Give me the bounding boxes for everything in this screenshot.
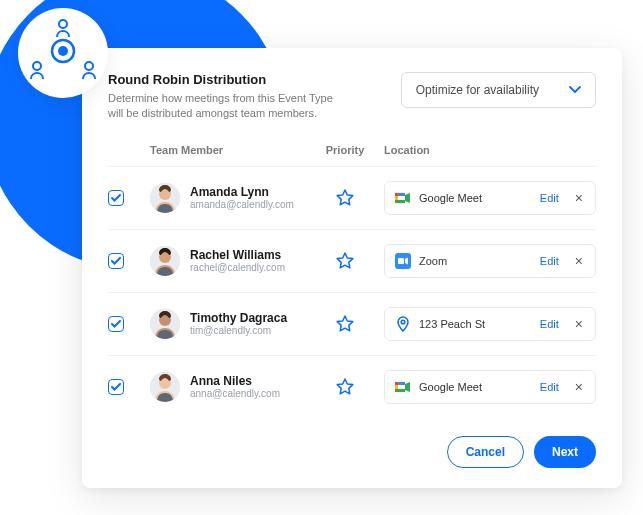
priority-star[interactable] bbox=[320, 188, 370, 208]
cancel-button[interactable]: Cancel bbox=[447, 436, 524, 468]
priority-star[interactable] bbox=[320, 377, 370, 397]
svg-rect-27 bbox=[398, 382, 405, 385]
person-icon bbox=[81, 61, 97, 83]
svg-rect-24 bbox=[395, 385, 398, 389]
google-meet-icon bbox=[395, 379, 411, 395]
row-checkbox[interactable] bbox=[108, 379, 124, 395]
member-email: tim@calendly.com bbox=[190, 325, 287, 336]
member-name: Amanda Lynn bbox=[190, 185, 294, 199]
edit-link[interactable]: Edit bbox=[540, 192, 559, 204]
logo-badge bbox=[18, 8, 108, 98]
distribution-card: Round Robin Distribution Determine how m… bbox=[82, 48, 622, 488]
svg-point-1 bbox=[33, 62, 41, 70]
svg-point-4 bbox=[58, 46, 68, 56]
svg-point-0 bbox=[59, 20, 67, 28]
table-row: Timothy Dagracatim@calendly.com123 Peach… bbox=[108, 292, 596, 355]
close-icon[interactable]: × bbox=[573, 253, 585, 269]
column-member: Team Member bbox=[146, 144, 320, 156]
svg-rect-16 bbox=[398, 258, 404, 264]
location-chip: Google MeetEdit× bbox=[384, 181, 596, 215]
avatar bbox=[150, 309, 180, 339]
svg-rect-10 bbox=[395, 200, 398, 203]
member-email: amanda@calendly.com bbox=[190, 199, 294, 210]
priority-star[interactable] bbox=[320, 251, 370, 271]
svg-rect-9 bbox=[395, 196, 398, 200]
svg-point-19 bbox=[401, 320, 405, 324]
optimize-dropdown[interactable]: Optimize for availability bbox=[401, 72, 596, 108]
svg-rect-8 bbox=[395, 193, 398, 196]
location-chip: 123 Peach StEdit× bbox=[384, 307, 596, 341]
table-row: Rachel Williamsrachel@calendly.comZoomEd… bbox=[108, 229, 596, 292]
edit-link[interactable]: Edit bbox=[540, 381, 559, 393]
column-priority: Priority bbox=[320, 144, 370, 156]
chevron-down-icon bbox=[569, 83, 581, 97]
table-row: Amanda Lynnamanda@calendly.comGoogle Mee… bbox=[108, 166, 596, 229]
close-icon[interactable]: × bbox=[573, 379, 585, 395]
card-description: Determine how meetings from this Event T… bbox=[108, 91, 348, 122]
avatar bbox=[150, 183, 180, 213]
card-title: Round Robin Distribution bbox=[108, 72, 385, 87]
table-header: Team Member Priority Location bbox=[108, 144, 596, 166]
google-meet-icon bbox=[395, 190, 411, 206]
svg-rect-26 bbox=[398, 389, 405, 392]
svg-rect-12 bbox=[398, 193, 405, 196]
avatar bbox=[150, 372, 180, 402]
member-name: Anna Niles bbox=[190, 374, 280, 388]
svg-rect-11 bbox=[398, 200, 405, 203]
svg-rect-23 bbox=[395, 382, 398, 385]
member-name: Rachel Williams bbox=[190, 248, 285, 262]
location-label: 123 Peach St bbox=[419, 318, 532, 330]
location-label: Google Meet bbox=[419, 192, 532, 204]
next-button[interactable]: Next bbox=[534, 436, 596, 468]
location-chip: ZoomEdit× bbox=[384, 244, 596, 278]
svg-point-2 bbox=[85, 62, 93, 70]
location-label: Zoom bbox=[419, 255, 532, 267]
priority-star[interactable] bbox=[320, 314, 370, 334]
location-label: Google Meet bbox=[419, 381, 532, 393]
table-row: Anna Nilesanna@calendly.comGoogle MeetEd… bbox=[108, 355, 596, 418]
svg-rect-25 bbox=[395, 389, 398, 392]
pin-icon bbox=[395, 316, 411, 332]
dropdown-label: Optimize for availability bbox=[416, 83, 539, 97]
column-location: Location bbox=[370, 144, 596, 156]
row-checkbox[interactable] bbox=[108, 190, 124, 206]
person-icon bbox=[29, 61, 45, 83]
close-icon[interactable]: × bbox=[573, 316, 585, 332]
row-checkbox[interactable] bbox=[108, 253, 124, 269]
row-checkbox[interactable] bbox=[108, 316, 124, 332]
member-email: anna@calendly.com bbox=[190, 388, 280, 399]
zoom-icon bbox=[395, 253, 411, 269]
member-email: rachel@calendly.com bbox=[190, 262, 285, 273]
member-name: Timothy Dagraca bbox=[190, 311, 287, 325]
edit-link[interactable]: Edit bbox=[540, 255, 559, 267]
avatar bbox=[150, 246, 180, 276]
close-icon[interactable]: × bbox=[573, 190, 585, 206]
target-icon bbox=[50, 38, 76, 68]
edit-link[interactable]: Edit bbox=[540, 318, 559, 330]
location-chip: Google MeetEdit× bbox=[384, 370, 596, 404]
